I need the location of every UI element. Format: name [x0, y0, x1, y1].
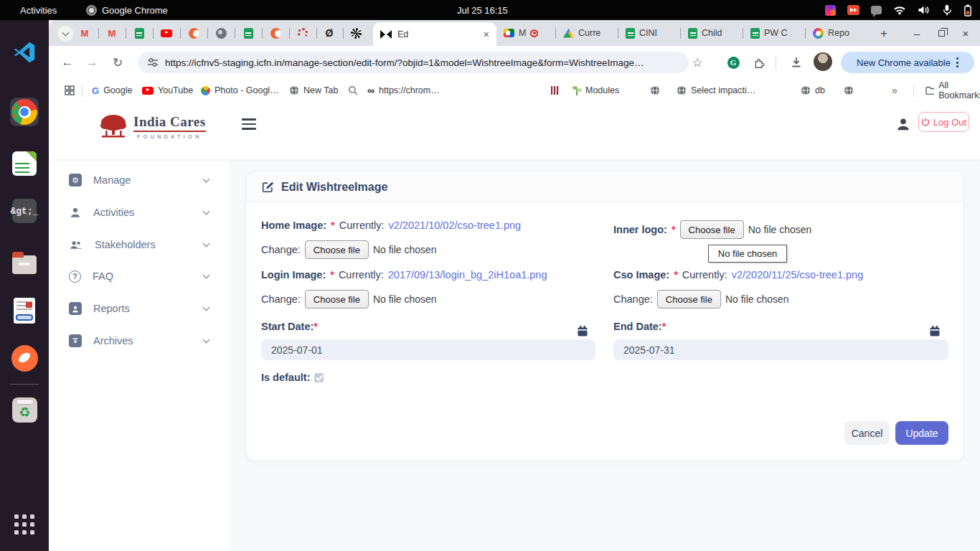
apps-shortcut-button[interactable]	[65, 79, 75, 102]
sidebar-item-archives[interactable]: Archives	[49, 329, 230, 352]
login-image-choose-file-button[interactable]: Choose file	[305, 290, 369, 309]
bookmark-modules[interactable]: Modules	[573, 79, 619, 102]
tab-meet[interactable]: M	[504, 24, 548, 42]
inner-logo-field: Inner logo:* Choose file No file chosen	[613, 220, 811, 239]
system-tray[interactable]	[825, 0, 971, 20]
window-restore-button[interactable]	[931, 23, 951, 43]
tab-sheet-pw[interactable]: PW C	[750, 24, 802, 42]
is-default-checkbox[interactable]	[314, 373, 324, 382]
chevron-down-icon	[203, 208, 210, 215]
sidebar-item-reports[interactable]: Reports	[49, 297, 230, 320]
bookmark-globe-1[interactable]	[650, 79, 660, 102]
tab-repo[interactable]: Repo	[813, 24, 867, 42]
tab-spiral[interactable]	[349, 26, 363, 40]
active-tab[interactable]: Ed ×	[373, 22, 496, 46]
tab-orange-2[interactable]	[268, 26, 283, 40]
logout-button[interactable]: Log Out	[918, 112, 969, 132]
user-icon[interactable]	[895, 116, 911, 132]
dock-chrome[interactable]	[10, 98, 39, 126]
dock-postman[interactable]	[10, 344, 39, 372]
bookmark-photos[interactable]: Photo - Googl…	[201, 79, 279, 102]
tab-gmail-2[interactable]: M	[105, 26, 119, 40]
all-bookmarks-button[interactable]: All Bookmarks	[925, 79, 980, 102]
calendar-icon[interactable]	[930, 326, 940, 336]
sidebar-item-stakeholders[interactable]: Stakeholders	[49, 233, 230, 256]
bookmark-search[interactable]	[348, 79, 358, 102]
address-bar[interactable]: https://icfnv5-staging.icfn.in/manage-se…	[138, 52, 689, 73]
bookmark-chrome-link[interactable]: ∞https://chrom…	[367, 79, 440, 102]
window-minimize-button[interactable]: –	[907, 23, 927, 43]
tab-gmail-1[interactable]: M	[77, 26, 92, 40]
restore-icon	[938, 30, 945, 37]
brand-logo[interactable]: India Cares FOUNDATION	[99, 113, 206, 139]
extensions-button[interactable]	[749, 52, 769, 72]
tab-null[interactable]: Ø	[322, 26, 336, 40]
tab-drive[interactable]: Curre	[563, 24, 616, 42]
update-button[interactable]: Update	[895, 421, 948, 445]
bookmark-select-impact[interactable]: Select impacti…	[677, 79, 755, 102]
bookmark-new-tab[interactable]: New Tab	[289, 79, 338, 102]
update-chrome-button[interactable]: New Chrome available	[841, 52, 974, 73]
tab-red-arc[interactable]	[296, 26, 310, 40]
bookmark-youtube[interactable]: YouTube	[142, 79, 193, 102]
dock-terminal[interactable]: &gt;_	[10, 197, 39, 225]
google-sheets-icon	[244, 28, 253, 39]
bookmarks-overflow-button[interactable]: »	[892, 79, 897, 102]
kebab-menu-icon[interactable]	[956, 57, 958, 67]
tab-sheets-1[interactable]	[132, 26, 146, 40]
login-image-current-link[interactable]: 2017/09/13/login_bg_2iH1oa1.png	[388, 269, 547, 281]
home-image-choose-file-button[interactable]: Choose file	[305, 240, 369, 259]
sidebar-item-manage[interactable]: ⚙ Manage	[49, 169, 230, 192]
back-button[interactable]: ←	[57, 52, 77, 72]
forward-button[interactable]: →	[82, 52, 102, 72]
tab-search-button[interactable]	[57, 26, 73, 42]
downloads-button[interactable]	[786, 52, 806, 72]
url-text: https://icfnv5-staging.icfn.in/manage-se…	[165, 57, 644, 68]
chevron-down-icon	[203, 272, 210, 279]
brand-tagline: FOUNDATION	[133, 134, 206, 139]
color-knot-icon	[813, 28, 824, 39]
tab-globe[interactable]	[214, 26, 228, 40]
bookmark-maroon[interactable]	[551, 79, 560, 102]
inner-logo-choose-file-button[interactable]: Choose file	[680, 220, 744, 239]
grammarly-extension-button[interactable]: G	[723, 52, 743, 72]
activities-button[interactable]: Activities	[20, 0, 57, 20]
tab-youtube[interactable]	[159, 26, 174, 40]
dock-vscode[interactable]	[10, 38, 39, 67]
window-close-button[interactable]: ×	[956, 23, 976, 43]
dock-trash[interactable]: ♻	[10, 395, 39, 424]
sidebar-toggle-button[interactable]	[242, 118, 256, 130]
bookmark-google[interactable]: GGoogle	[92, 79, 132, 102]
cso-image-change-row: Change: Choose file No file chosen	[613, 290, 789, 309]
tab-sheets-2[interactable]	[241, 26, 255, 40]
focused-app-indicator[interactable]: Google Chrome	[86, 0, 168, 20]
cso-image-choose-file-button[interactable]: Choose file	[657, 290, 721, 309]
home-image-current-link[interactable]: v2/2021/10/02/cso-tree1.png	[389, 220, 522, 231]
tab-sheet-cini[interactable]: CINI	[626, 24, 677, 42]
tab-separator	[555, 28, 556, 39]
download-icon	[791, 57, 802, 68]
calendar-icon[interactable]	[578, 326, 588, 336]
dock-libreoffice-calc[interactable]	[10, 149, 39, 178]
profile-avatar[interactable]	[814, 52, 832, 71]
bookmark-star-button[interactable]: ☆	[687, 52, 707, 72]
end-date-input[interactable]	[613, 339, 948, 360]
google-sheets-icon	[135, 28, 144, 39]
sidebar-item-activities[interactable]: Activities	[49, 201, 230, 224]
dock-show-applications[interactable]	[10, 510, 39, 539]
close-tab-icon[interactable]: ×	[484, 29, 489, 39]
dock-document-viewer[interactable]	[10, 296, 39, 325]
bookmark-globe-2[interactable]	[844, 79, 854, 102]
cso-image-current-link[interactable]: v2/2020/11/25/cso-tree1.png	[732, 269, 864, 281]
clock[interactable]: Jul 25 16:15	[457, 0, 508, 20]
dock-files[interactable]	[10, 248, 39, 277]
sidebar-item-faq[interactable]: ? FAQ	[49, 265, 230, 288]
reload-button[interactable]: ↻	[108, 52, 128, 72]
bookmark-db[interactable]: db	[801, 79, 825, 102]
tab-separator	[235, 28, 235, 39]
tab-orange-1[interactable]	[187, 26, 201, 40]
start-date-input[interactable]	[261, 339, 595, 360]
tab-sheet-child[interactable]: Child	[688, 24, 740, 42]
cancel-button[interactable]: Cancel	[844, 421, 890, 445]
new-tab-button[interactable]: +	[875, 25, 892, 42]
